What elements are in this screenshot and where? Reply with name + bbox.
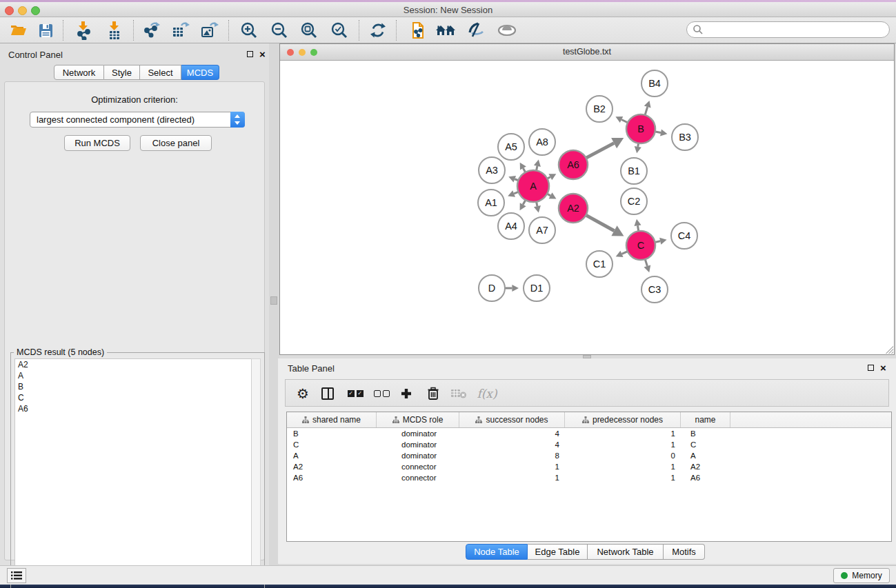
zoom-selected-button[interactable] xyxy=(328,20,350,41)
graph-node[interactable]: B2 xyxy=(586,96,613,122)
tab-edge-table[interactable]: Edge Table xyxy=(528,544,588,560)
network-window-titlebar[interactable]: testGlobe.txt xyxy=(280,44,894,61)
graph-node[interactable]: A xyxy=(517,170,549,202)
import-network-button[interactable] xyxy=(72,20,94,41)
gear-icon: ⚙ xyxy=(297,385,309,402)
window-resize-handle[interactable] xyxy=(886,346,893,354)
graph-node[interactable]: A3 xyxy=(479,157,505,183)
graph-node[interactable]: A8 xyxy=(529,129,555,155)
memory-button[interactable]: Memory xyxy=(833,568,890,583)
graph-node[interactable]: B1 xyxy=(621,158,647,184)
zoom-fit-button[interactable] xyxy=(298,20,320,41)
column-header[interactable]: MCDS role xyxy=(377,412,459,427)
graph-node-label: D xyxy=(488,283,495,294)
result-list-scrollbar[interactable] xyxy=(251,358,261,585)
graph-node[interactable]: D1 xyxy=(524,275,550,301)
mcds-result-title: MCDS result (5 nodes) xyxy=(14,347,107,357)
close-table-panel-icon[interactable]: × xyxy=(880,365,886,371)
column-header[interactable]: successor nodes xyxy=(459,412,565,427)
graph-edge[interactable] xyxy=(615,116,628,123)
plus-icon xyxy=(400,387,412,400)
result-list-item[interactable]: A xyxy=(15,370,251,381)
deselect-all-button[interactable] xyxy=(371,383,392,404)
result-list-item[interactable]: A2 xyxy=(15,359,251,370)
export-network-button[interactable] xyxy=(140,20,162,41)
export-table-button[interactable] xyxy=(169,20,191,41)
graph-node[interactable]: B4 xyxy=(641,70,668,97)
graph-node[interactable]: A4 xyxy=(498,213,524,239)
table-mode-button[interactable]: ⚙ xyxy=(292,383,313,404)
table-row[interactable]: A2connector11A2 xyxy=(287,461,891,472)
table-row[interactable]: Cdominator41C xyxy=(287,439,891,450)
show-columns-button[interactable] xyxy=(317,383,338,404)
delete-columns-button[interactable] xyxy=(423,383,444,404)
table-row[interactable]: Bdominator41B xyxy=(287,428,891,439)
table-cell: connector xyxy=(377,472,459,483)
search-field[interactable] xyxy=(686,21,890,38)
float-table-panel-icon[interactable] xyxy=(868,363,874,373)
table-row[interactable]: A6connector11A6 xyxy=(287,472,891,483)
task-history-button[interactable] xyxy=(7,568,26,583)
graph-node-label: B4 xyxy=(648,78,661,89)
tab-motifs[interactable]: Motifs xyxy=(664,544,705,560)
column-header-label: successor nodes xyxy=(486,415,548,425)
tab-network-table[interactable]: Network Table xyxy=(588,544,664,560)
graph-node[interactable]: B3 xyxy=(672,124,698,150)
result-list-item[interactable]: C xyxy=(15,392,251,403)
save-session-button[interactable] xyxy=(34,20,57,41)
graph-edge[interactable] xyxy=(585,138,624,159)
network-canvas[interactable]: AA6A2BCA1A3A4A5A7A8B1B2B3B4C1C2C3C4DD1 xyxy=(281,61,895,354)
close-panel-button[interactable]: Close panel xyxy=(140,135,212,151)
search-input[interactable] xyxy=(704,25,889,34)
result-list-item[interactable]: B xyxy=(15,381,251,392)
graph-node[interactable]: C4 xyxy=(671,223,697,249)
open-session-button[interactable] xyxy=(8,20,30,41)
show-graphics-details-button[interactable] xyxy=(496,20,518,41)
table-cell: 1 xyxy=(459,461,565,472)
column-header[interactable]: shared name xyxy=(287,412,377,427)
graph-node[interactable]: C xyxy=(626,231,655,260)
houses-button[interactable] xyxy=(435,20,457,41)
hide-graphics-details-button[interactable] xyxy=(465,20,487,41)
tab-network[interactable]: Network xyxy=(54,65,104,80)
result-list-item[interactable]: A6 xyxy=(15,403,251,414)
delete-table-button[interactable] xyxy=(448,383,469,404)
graph-node[interactable]: C3 xyxy=(641,276,668,303)
tab-select[interactable]: Select xyxy=(140,65,181,80)
zoom-in-button[interactable] xyxy=(238,20,260,41)
graph-node[interactable]: D xyxy=(479,275,505,301)
tab-node-table[interactable]: Node Table xyxy=(466,544,528,560)
graph-edge[interactable] xyxy=(585,214,624,236)
tab-style[interactable]: Style xyxy=(104,65,140,80)
tab-mcds[interactable]: MCDS xyxy=(181,65,219,80)
refresh-button[interactable] xyxy=(367,20,389,41)
run-mcds-button[interactable]: Run MCDS xyxy=(64,135,130,151)
table-row[interactable]: Adominator80A xyxy=(287,450,891,461)
divider-grip[interactable] xyxy=(270,296,277,305)
graph-edge[interactable] xyxy=(644,101,651,116)
function-builder-button[interactable]: f(x) xyxy=(473,383,501,404)
list-icon xyxy=(11,571,22,580)
new-column-button[interactable] xyxy=(396,383,417,404)
column-header[interactable]: name xyxy=(681,412,730,427)
graph-node[interactable]: C1 xyxy=(586,251,613,277)
clone-network-button[interactable] xyxy=(408,20,430,41)
graph-node-label: A6 xyxy=(567,159,579,170)
criterion-select[interactable]: largest connected component (directed) xyxy=(30,112,245,128)
graph-node[interactable]: A7 xyxy=(529,217,555,243)
graph-node[interactable]: A6 xyxy=(559,150,588,179)
graph-node[interactable]: A2 xyxy=(559,194,588,223)
select-all-button[interactable]: ✓✓ xyxy=(345,383,366,404)
float-panel-icon[interactable] xyxy=(247,49,253,59)
zoom-out-button[interactable] xyxy=(268,20,290,41)
graph-node[interactable]: C2 xyxy=(621,188,647,214)
export-image-button[interactable] xyxy=(198,20,220,41)
close-panel-icon[interactable]: × xyxy=(259,51,266,57)
graph-edge[interactable] xyxy=(504,285,519,292)
select-stepper-icon xyxy=(230,112,245,128)
column-header[interactable]: predecessor nodes xyxy=(565,412,681,427)
graph-node[interactable]: A1 xyxy=(478,190,504,216)
graph-node[interactable]: A5 xyxy=(498,134,524,160)
graph-node[interactable]: B xyxy=(626,114,655,143)
import-table-button[interactable] xyxy=(103,20,126,41)
